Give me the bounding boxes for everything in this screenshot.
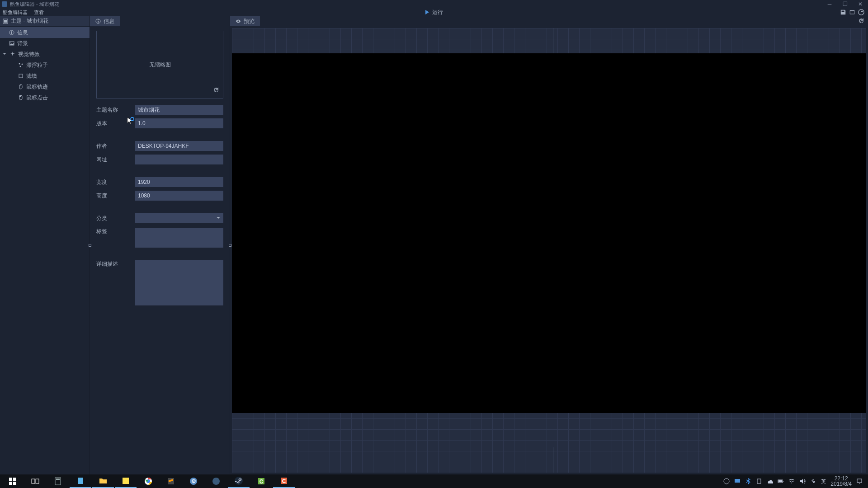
app1-button[interactable]: ⚙: [183, 474, 204, 488]
mouse-click-icon: [18, 95, 24, 100]
svg-point-45: [724, 479, 729, 484]
sidebar-header: 主题 - 城市烟花: [0, 16, 90, 26]
tree-item-mouse-click[interactable]: 鼠标点击: [0, 92, 90, 103]
tree: 信息 背景 视觉特效 漂浮粒子 滤镜 鼠标轨迹: [0, 26, 90, 103]
svg-rect-6: [11, 31, 12, 32]
battery-icon[interactable]: [778, 478, 784, 484]
chrome-button[interactable]: [137, 474, 159, 488]
bluetooth-icon[interactable]: [745, 478, 751, 484]
taskbar-apps: ⚙ C C: [2, 474, 295, 488]
tree-label: 信息: [17, 29, 28, 37]
sticky-button[interactable]: [115, 474, 137, 488]
monitor-tray-icon[interactable]: [734, 478, 741, 484]
tree-item-filter[interactable]: 滤镜: [0, 70, 90, 81]
volume-icon[interactable]: [799, 478, 806, 484]
splitter-handle-left[interactable]: [89, 244, 91, 247]
svg-rect-31: [123, 478, 129, 484]
notepad-button[interactable]: [70, 474, 91, 488]
start-button[interactable]: [2, 474, 24, 488]
tree-item-info[interactable]: 信息: [0, 27, 90, 38]
svg-rect-24: [9, 482, 12, 485]
tree-label: 漂浮粒子: [26, 61, 48, 69]
sidebar-title: 主题 - 城市烟花: [11, 17, 48, 25]
input-author[interactable]: [135, 141, 223, 151]
row-width: 宽度: [96, 176, 223, 188]
row-author: 作者: [96, 140, 223, 152]
tab-info[interactable]: 信息: [90, 16, 120, 26]
row-description: 详细描述: [96, 258, 223, 305]
tree-item-particles[interactable]: 漂浮粒子: [0, 60, 90, 70]
run-button[interactable]: 运行: [425, 9, 443, 16]
tree-item-effects[interactable]: 视觉特效: [0, 49, 90, 60]
svg-rect-49: [783, 481, 783, 482]
input-height[interactable]: [135, 191, 223, 201]
ime-indicator[interactable]: 英: [821, 478, 826, 485]
preview-canvas: [232, 53, 866, 413]
calculator-button[interactable]: [47, 474, 69, 488]
label-theme-name: 主题名称: [96, 106, 132, 114]
steam-button[interactable]: [228, 474, 250, 488]
camtasia-button[interactable]: C: [250, 474, 272, 488]
input-description[interactable]: [135, 260, 223, 305]
input-theme-name[interactable]: [135, 105, 223, 115]
system-tray: 英 22:12 2019/8/4: [723, 476, 866, 487]
app2-button[interactable]: [205, 474, 227, 488]
svg-rect-26: [32, 479, 35, 483]
steam-tray-icon[interactable]: [723, 478, 730, 484]
row-height: 高度: [96, 190, 223, 202]
clock[interactable]: 22:12 2019/8/4: [830, 476, 852, 487]
tree-label: 鼠标轨迹: [26, 83, 48, 91]
preview-refresh-button[interactable]: [858, 18, 864, 25]
input-url[interactable]: [135, 155, 223, 164]
thumbnail-refresh-button[interactable]: [213, 87, 219, 94]
input-width[interactable]: [135, 177, 223, 187]
svg-rect-50: [778, 480, 782, 482]
onedrive-icon[interactable]: [767, 478, 773, 484]
maximize-button[interactable]: ❐: [837, 0, 853, 8]
tree-item-background[interactable]: 背景: [0, 38, 90, 49]
camtasia-icon: C: [257, 477, 266, 486]
window-icon[interactable]: [849, 9, 855, 15]
sticky-icon: [121, 476, 130, 485]
sublime-icon: [166, 477, 175, 486]
explorer-button[interactable]: [92, 474, 114, 488]
play-icon: [425, 10, 429, 14]
menu-editor[interactable]: 酷鱼编辑器: [3, 9, 28, 16]
sublime-button[interactable]: [160, 474, 182, 488]
svg-point-9: [19, 63, 20, 65]
save-icon[interactable]: [840, 9, 846, 15]
row-version: 版本: [96, 117, 223, 129]
input-tags[interactable]: [135, 228, 223, 248]
calculator-icon: [53, 477, 62, 486]
gear-circle-icon: ⚙: [189, 477, 198, 486]
taskview-button[interactable]: [24, 474, 46, 488]
minimize-button[interactable]: ─: [822, 0, 837, 8]
recorder-icon: C: [279, 476, 288, 485]
taskview-icon: [31, 477, 40, 486]
input-version[interactable]: [135, 118, 223, 128]
sidebar: 主题 - 城市烟花 信息 背景 视觉特效 漂浮粒子 滤镜: [0, 16, 90, 474]
label-version: 版本: [96, 120, 132, 127]
preview-viewport[interactable]: [232, 28, 866, 473]
link-tray-icon[interactable]: [810, 478, 816, 484]
notifications-icon[interactable]: [856, 478, 863, 484]
close-button[interactable]: ✕: [853, 0, 868, 8]
select-category[interactable]: [135, 213, 223, 223]
wifi-icon[interactable]: [788, 478, 795, 484]
recorder-button[interactable]: C: [273, 474, 295, 488]
svg-point-1: [861, 11, 863, 13]
info-tabs: 信息: [90, 16, 230, 26]
menu-view[interactable]: 查看: [34, 9, 44, 16]
label-height: 高度: [96, 192, 132, 200]
tree-item-mouse-trail[interactable]: 鼠标轨迹: [0, 81, 90, 92]
row-tags: 标签: [96, 226, 223, 248]
app-icon: [2, 1, 7, 7]
info-icon: [95, 19, 101, 24]
device-tray-icon[interactable]: [756, 478, 762, 484]
tab-preview[interactable]: 预览: [230, 16, 260, 26]
steam-icon[interactable]: [858, 9, 864, 15]
ruler-top: [553, 28, 553, 53]
row-url: 网址: [96, 154, 223, 165]
info-body: 无缩略图 主题名称 版本 作者 网址: [90, 26, 230, 310]
splitter-handle-right[interactable]: [229, 244, 231, 247]
